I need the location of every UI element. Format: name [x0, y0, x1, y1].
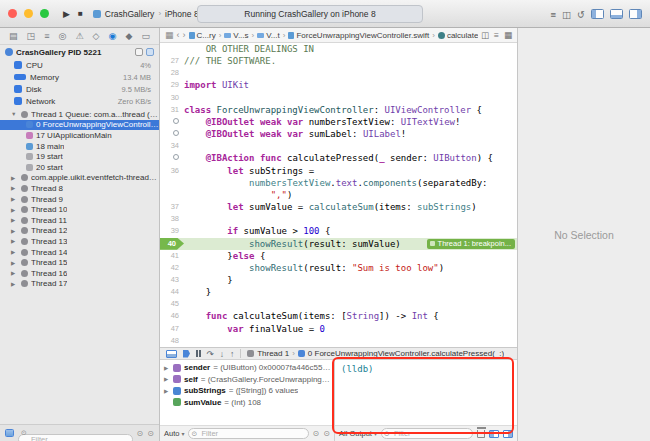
- zoom-window-button[interactable]: [40, 9, 49, 18]
- line-number-gutter[interactable]: [160, 43, 184, 55]
- disclosure-icon[interactable]: ▶: [11, 207, 18, 213]
- toggle-navigator-icon[interactable]: [591, 9, 604, 19]
- thread-row[interactable]: ▶Thread 10: [0, 204, 159, 215]
- line-number-gutter[interactable]: 40: [160, 238, 184, 250]
- disclosure-icon[interactable]: ▼: [11, 111, 18, 117]
- line-number-gutter[interactable]: 28: [160, 67, 184, 79]
- code-text[interactable]: numbersTextView.text.components(separate…: [184, 177, 517, 189]
- stack-frame-row[interactable]: 0 ForceUnwrappingViewController...: [0, 120, 159, 131]
- line-number-gutter[interactable]: 45: [160, 298, 184, 310]
- process-row[interactable]: CrashGallery PID 5221: [0, 45, 159, 59]
- disclosure-icon[interactable]: ▶: [11, 175, 18, 181]
- code-text[interactable]: func calculateSum(items: [String]) -> In…: [184, 310, 517, 322]
- show-only-icon[interactable]: [5, 429, 14, 437]
- navigator-filter[interactable]: ⊙: [18, 428, 133, 439]
- breakpoint-annotation[interactable]: Thread 1: breakpoin...: [427, 239, 515, 249]
- code-text[interactable]: class ForceUnwrappingViewController: UIV…: [184, 104, 517, 116]
- code-text[interactable]: [184, 92, 517, 104]
- code-text[interactable]: if sumValue > 100 {: [184, 225, 517, 237]
- line-number-gutter[interactable]: 44: [160, 286, 184, 298]
- disclosure-icon[interactable]: ▶: [11, 196, 18, 202]
- gauge-row-memory[interactable]: Memory13.4 MB: [0, 71, 159, 83]
- console-filter[interactable]: ⊙: [381, 428, 473, 439]
- code-text[interactable]: OR OTHER DEALINGS IN: [184, 43, 517, 55]
- navigator-tab-project[interactable]: ▤: [9, 32, 18, 41]
- code-line[interactable]: 34: [160, 140, 517, 152]
- variables-filter-input[interactable]: [188, 428, 308, 439]
- line-number-gutter[interactable]: [160, 152, 184, 164]
- code-line[interactable]: 43 }: [160, 274, 517, 286]
- toggle-inspector-icon[interactable]: [629, 9, 642, 19]
- code-text[interactable]: import UIKit: [184, 79, 517, 91]
- code-line[interactable]: OR OTHER DEALINGS IN: [160, 43, 517, 55]
- disclosure-icon[interactable]: ▶: [11, 260, 18, 266]
- code-line[interactable]: 27/// THE SOFTWARE.: [160, 55, 517, 67]
- navigator-tab-symbols[interactable]: ≡: [44, 32, 49, 41]
- code-text[interactable]: /// THE SOFTWARE.: [184, 55, 517, 67]
- code-line[interactable]: 45: [160, 298, 517, 310]
- breadcrumb-item[interactable]: C...ry: [189, 31, 216, 40]
- line-number-gutter[interactable]: 30: [160, 92, 184, 104]
- activate-breakpoints-icon[interactable]: [183, 350, 190, 358]
- navigator-tab-issues[interactable]: ⚠: [75, 32, 83, 41]
- thread-row[interactable]: ▶com.apple.uikit.eventfetch-thread (5): [0, 173, 159, 184]
- thread-row[interactable]: ▶Thread 15: [0, 257, 159, 268]
- line-number-gutter[interactable]: 34: [160, 140, 184, 152]
- step-out-icon[interactable]: ↑: [230, 349, 234, 359]
- disclosure-icon[interactable]: ▶: [11, 270, 18, 276]
- code-line[interactable]: 41 }else {: [160, 250, 517, 262]
- thread-row[interactable]: ▶Thread 12: [0, 226, 159, 237]
- breadcrumb-item[interactable]: V...s: [224, 31, 248, 40]
- code-line[interactable]: 28: [160, 67, 517, 79]
- code-line[interactable]: 42 showResult(result: "Sum is too low"): [160, 262, 517, 274]
- code-line[interactable]: 46 func calculateSum(items: [String]) ->…: [160, 310, 517, 322]
- show-types-icon[interactable]: ⊙: [323, 429, 330, 438]
- stop-button[interactable]: ■: [78, 9, 83, 18]
- clear-console-icon[interactable]: [477, 430, 485, 438]
- navigator-tab-source-control[interactable]: ◳: [27, 32, 36, 41]
- code-text[interactable]: @IBOutlet weak var sumLabel: UILabel!: [184, 128, 517, 140]
- code-line[interactable]: 29import UIKit: [160, 79, 517, 91]
- line-number-gutter[interactable]: 29: [160, 79, 184, 91]
- counterpart-icon[interactable]: ◫: [481, 30, 489, 40]
- line-number-gutter[interactable]: 36: [160, 165, 184, 177]
- stack-frame-row[interactable]: 19 start: [0, 151, 159, 162]
- line-number-gutter[interactable]: 47: [160, 323, 184, 335]
- lldb-prompt[interactable]: (lldb): [341, 364, 374, 374]
- breadcrumb-item[interactable]: V...t: [257, 31, 280, 40]
- line-number-gutter[interactable]: 37: [160, 201, 184, 213]
- code-text[interactable]: @IBOutlet weak var numbersTextView: UITe…: [184, 116, 517, 128]
- gauge-row-disk[interactable]: Disk9.5 MB/s: [0, 83, 159, 95]
- code-line[interactable]: numbersTextView.text.components(separate…: [160, 177, 517, 189]
- code-line[interactable]: 40 showResult(result: sumValue)Thread 1:…: [160, 238, 517, 250]
- line-number-gutter[interactable]: 42: [160, 262, 184, 274]
- code-text[interactable]: [184, 335, 517, 347]
- variables-filter[interactable]: ⊙: [188, 428, 308, 439]
- stack-frame-row[interactable]: 18 main: [0, 141, 159, 152]
- line-number-gutter[interactable]: [160, 189, 184, 201]
- view-mode-button-1[interactable]: [135, 48, 143, 56]
- line-number-gutter[interactable]: [160, 116, 184, 128]
- line-number-gutter[interactable]: 41: [160, 250, 184, 262]
- breadcrumb-item[interactable]: calculatePressed(_:): [438, 31, 478, 40]
- code-text[interactable]: }else {: [184, 250, 517, 262]
- thread-crumb[interactable]: Thread 1: [257, 349, 289, 358]
- code-line[interactable]: 30: [160, 92, 517, 104]
- console-pane[interactable]: (lldb) All Output ▾ ⊙: [334, 360, 517, 441]
- code-text[interactable]: showResult(result: "Sum is too low"): [184, 262, 517, 274]
- variable-row[interactable]: ▶subStrings= ([String]) 6 values: [160, 385, 334, 397]
- thread-row[interactable]: ▶Thread 11: [0, 215, 159, 226]
- code-text[interactable]: }: [184, 286, 517, 298]
- standard-editor-icon[interactable]: ≡: [551, 9, 557, 20]
- code-text[interactable]: var finalValue = 0: [184, 323, 517, 335]
- code-line[interactable]: ","): [160, 189, 517, 201]
- code-text[interactable]: let sumValue = calculateSum(items: subSt…: [184, 201, 517, 213]
- thread-row[interactable]: ▶Thread 8: [0, 183, 159, 194]
- code-line[interactable]: 48: [160, 335, 517, 347]
- navigator-tab-breakpoints[interactable]: ◆: [125, 32, 132, 41]
- view-mode-button-2[interactable]: [146, 48, 154, 56]
- code-line[interactable]: @IBAction func calculatePressed(_ sender…: [160, 152, 517, 164]
- list-icon[interactable]: ≡: [494, 30, 499, 40]
- code-line[interactable]: 37 let sumValue = calculateSum(items: su…: [160, 201, 517, 213]
- line-number-gutter[interactable]: 43: [160, 274, 184, 286]
